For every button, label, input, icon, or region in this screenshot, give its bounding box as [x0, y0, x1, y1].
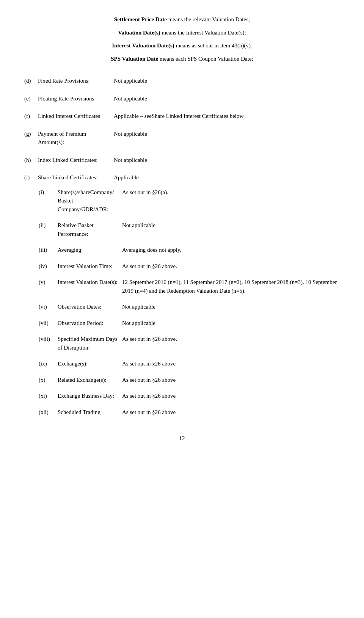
sub-row-iii-value: Averaging does not apply. [121, 244, 340, 256]
row-h-value: Not applicable [112, 154, 341, 167]
header-section: Settlement Price Date means the relevant… [23, 15, 341, 63]
sub-row-v-num: (v) [38, 276, 57, 296]
row-d-value: Not applicable [112, 74, 341, 88]
sub-row-xii-num: (xii) [38, 406, 57, 418]
list-item: (ii) Relative Basket Performance: Not ap… [38, 220, 340, 240]
sub-table-row: (ix) Exchange(s): As set out in §26 abov… [23, 356, 341, 372]
header-bold-2: Valuation Date(s) [118, 30, 160, 36]
sub-row-ix-label: Exchange(s): [57, 358, 121, 370]
row-f-letter: (f) [23, 110, 36, 123]
sub-row-viii-value: As set out in §26 above. [121, 333, 340, 353]
header-bold-4: SPS Valuation Date [111, 56, 158, 62]
sub-table-row: (v) Interest Valuation Date(s): 12 Septe… [23, 274, 341, 299]
list-item: (iii) Averaging: Averaging does not appl… [38, 244, 340, 256]
page: Settlement Price Date means the relevant… [0, 0, 364, 618]
row-d-label: Fixed Rate Provisions: [36, 74, 112, 88]
sub-row-ii-label: Relative Basket Performance: [57, 220, 121, 240]
sub-row-ix-value: As set out in §26 above [121, 358, 340, 370]
sub-row-x-value: As set out in §26 above [121, 374, 340, 386]
sub-row-iii-num: (iii) [38, 244, 57, 256]
header-text-3: means as set out in item 43(h)(v). [174, 42, 252, 49]
list-item: (i) Share(s)/shareCompany/ Basket Compan… [38, 187, 340, 215]
header-line-2: Valuation Date(s) means the Interest Val… [23, 28, 341, 37]
list-item: (iv) Interest Valuation Time: As set out… [38, 260, 340, 272]
table-row: (e) Floating Rate Provisions Not applica… [23, 92, 341, 105]
table-row: (h) Index Linked Certificates: Not appli… [23, 154, 341, 167]
sub-row-iii-label: Averaging: [57, 244, 121, 256]
header-text-4: means each SPS Coupon Valuation Date; [158, 56, 253, 62]
sub-row-vi-num: (vi) [38, 301, 57, 313]
header-text-2: means the Interest Valuation Date(s); [160, 30, 246, 36]
list-item: (vi) Observation Dates: Not applicable [38, 301, 340, 313]
table-row: (g) Payment of Premium Amount(s): Not ap… [23, 127, 341, 149]
row-e-label: Floating Rate Provisions [36, 92, 112, 105]
sub-row-vii-value: Not applicable [121, 317, 340, 329]
list-item: (xii) Scheduled Trading As set out in §2… [38, 406, 340, 418]
sub-row-vi-value: Not applicable [121, 301, 340, 313]
sub-row-xi-num: (xi) [38, 390, 57, 402]
sub-row-v-label: Interest Valuation Date(s): [57, 276, 121, 296]
header-bold-1: Settlement Price Date [114, 16, 167, 22]
sub-row-iv-label: Interest Valuation Time: [57, 260, 121, 272]
header-text-1: means the relevant Valuation Dates; [167, 16, 250, 22]
sub-row-iv-num: (iv) [38, 260, 57, 272]
page-number: 12 [23, 435, 341, 442]
header-line-4: SPS Valuation Date means each SPS Coupon… [23, 55, 341, 63]
sub-row-i-label: Share(s)/shareCompany/ Basket Company/GD… [57, 187, 121, 215]
sub-row-ii-value: Not applicable [121, 220, 340, 240]
sub-row-vii-label: Observation Period: [57, 317, 121, 329]
sub-row-vi-label: Observation Dates: [57, 301, 121, 313]
sub-table-row: (ii) Relative Basket Performance: Not ap… [23, 217, 341, 242]
list-item: (vii) Observation Period: Not applicable [38, 317, 340, 329]
sub-table-row: (xi) Exchange Business Day: As set out i… [23, 388, 341, 404]
sub-row-i-value: As set out in §26(a). [121, 187, 340, 215]
header-line-1: Settlement Price Date means the relevant… [23, 15, 341, 24]
row-g-label: Payment of Premium Amount(s): [36, 127, 112, 149]
row-h-label: Index Linked Certificates: [36, 154, 112, 167]
sub-row-viii-label: Specified Maximum Days of Disruption: [57, 333, 121, 353]
row-e-letter: (e) [23, 92, 36, 105]
row-f-value: Applicable – seeShare Linked Interest Ce… [112, 110, 341, 123]
row-e-value: Not applicable [112, 92, 341, 105]
sub-row-ii-num: (ii) [38, 220, 57, 240]
header-bold-3: Interest Valuation Date(s) [112, 42, 174, 49]
table-row-share-linked: (i) Share Linked Certificates: Applicabl… [23, 171, 341, 184]
sub-row-vii-num: (vii) [38, 317, 57, 329]
sub-table-row: (i) Share(s)/shareCompany/ Basket Compan… [23, 184, 341, 218]
row-d-letter: (d) [23, 74, 36, 88]
row-f-label: Linked Interest Certificates [36, 110, 112, 123]
table-row: (d) Fixed Rate Provisions: Not applicabl… [23, 74, 341, 88]
row-h-letter: (h) [23, 154, 36, 167]
table-row: (f) Linked Interest Certificates Applica… [23, 110, 341, 123]
sub-row-xi-label: Exchange Business Day: [57, 390, 121, 402]
sub-row-xii-label: Scheduled Trading [57, 406, 121, 418]
row-g-letter: (g) [23, 127, 36, 149]
list-item: (x) Related Exchange(s): As set out in §… [38, 374, 340, 386]
sub-table-row: (xii) Scheduled Trading As set out in §2… [23, 404, 341, 420]
sub-row-v-value: 12 September 2016 (n=1), 11 September 20… [121, 276, 340, 296]
list-item: (v) Interest Valuation Date(s): 12 Septe… [38, 276, 340, 296]
sub-table-row: (x) Related Exchange(s): As set out in §… [23, 372, 341, 388]
sub-table-row: (iii) Averaging: Averaging does not appl… [23, 242, 341, 258]
header-line-3: Interest Valuation Date(s) means as set … [23, 41, 341, 50]
sub-table-row: (vii) Observation Period: Not applicable [23, 315, 341, 331]
sub-row-xi-value: As set out in §26 above [121, 390, 340, 402]
sub-row-x-label: Related Exchange(s): [57, 374, 121, 386]
row-i-label: Share Linked Certificates: [36, 171, 112, 184]
row-i-value: Applicable [112, 171, 341, 184]
sub-row-x-num: (x) [38, 374, 57, 386]
sub-table-row: (viii) Specified Maximum Days of Disrupt… [23, 331, 341, 356]
list-item: (viii) Specified Maximum Days of Disrupt… [38, 333, 340, 353]
row-i-letter: (i) [23, 171, 36, 184]
sub-row-viii-num: (viii) [38, 333, 57, 353]
list-item: (ix) Exchange(s): As set out in §26 abov… [38, 358, 340, 370]
sub-row-xii-value: As set out in §26 above [121, 406, 340, 418]
sub-row-ix-num: (ix) [38, 358, 57, 370]
row-g-value: Not applicable [112, 127, 341, 149]
sub-table-row: (iv) Interest Valuation Time: As set out… [23, 258, 341, 274]
list-item: (xi) Exchange Business Day: As set out i… [38, 390, 340, 402]
sub-row-iv-value: As set out in §26 above. [121, 260, 340, 272]
sub-table-row: (vi) Observation Dates: Not applicable [23, 299, 341, 315]
sub-row-i-num: (i) [38, 187, 57, 215]
content-table: (d) Fixed Rate Provisions: Not applicabl… [23, 74, 341, 420]
